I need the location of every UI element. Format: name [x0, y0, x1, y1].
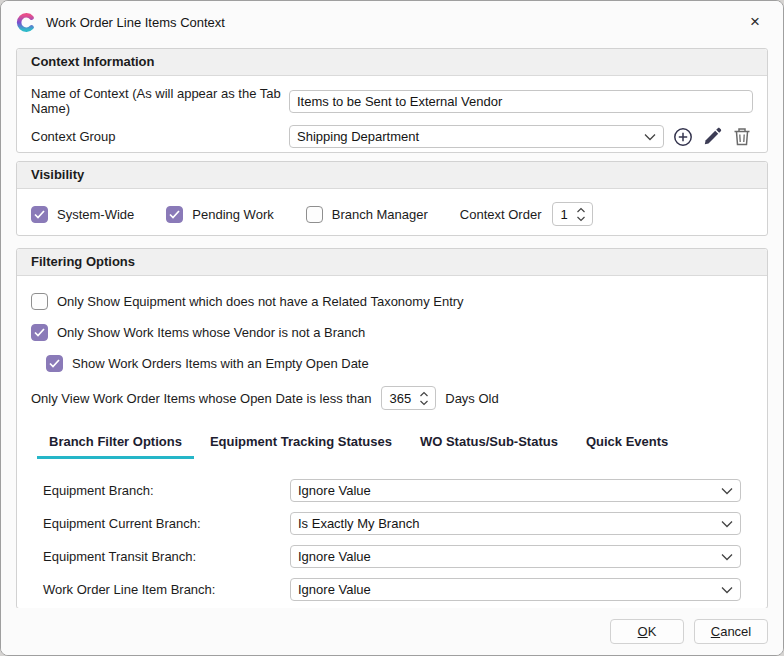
context-group-label: Context Group	[31, 129, 289, 144]
edit-pencil-icon	[703, 127, 722, 146]
empty-open-date-checkbox[interactable]: Show Work Orders Items with an Empty Ope…	[46, 355, 753, 372]
empty-open-date-label: Show Work Orders Items with an Empty Ope…	[72, 356, 369, 371]
visibility-header: Visibility	[17, 162, 767, 189]
chevron-down-icon	[721, 520, 733, 528]
pending-work-checkbox[interactable]: Pending Work	[166, 206, 273, 223]
system-wide-label: System-Wide	[57, 207, 134, 222]
app-logo-icon	[15, 12, 36, 33]
spinner-updown-icon	[576, 207, 586, 222]
days-old-spinner[interactable]: 365	[381, 386, 437, 410]
add-context-group-button[interactable]	[672, 126, 694, 148]
tab-quick-events[interactable]: Quick Events	[574, 430, 680, 459]
checkbox-unchecked-icon	[306, 206, 323, 223]
name-of-context-input[interactable]: Items to be Sent to External Vendor	[289, 90, 753, 113]
context-group-dropdown[interactable]: Shipping Department	[289, 125, 664, 148]
dialog-footer: OK Cancel	[1, 608, 783, 655]
checkbox-checked-icon	[31, 206, 48, 223]
cancel-button[interactable]: Cancel	[694, 619, 768, 644]
chevron-down-icon	[644, 133, 656, 141]
equipment-branch-label: Equipment Branch:	[43, 483, 290, 498]
vendor-not-branch-label: Only Show Work Items whose Vendor is not…	[57, 325, 365, 340]
branch-filter-options-panel: Equipment Branch: Ignore Value Equipment…	[31, 459, 753, 601]
edit-context-group-button[interactable]	[702, 126, 724, 148]
close-icon: ×	[750, 12, 760, 32]
equipment-transit-branch-value: Ignore Value	[298, 549, 721, 564]
taxonomy-entry-label: Only Show Equipment which does not have …	[57, 294, 464, 309]
context-information-header: Context Information	[17, 49, 767, 76]
ok-rest: K	[648, 624, 657, 639]
context-information-section: Context Information Name of Context (As …	[16, 48, 768, 153]
vendor-not-branch-checkbox[interactable]: Only Show Work Items whose Vendor is not…	[31, 324, 753, 341]
checkbox-checked-icon	[166, 206, 183, 223]
cancel-accel: C	[711, 624, 720, 639]
equipment-current-branch-value: Is Exactly My Branch	[298, 516, 721, 531]
equipment-transit-branch-label: Equipment Transit Branch:	[43, 549, 290, 564]
filter-tabstrip: Branch Filter Options Equipment Tracking…	[31, 430, 753, 459]
filtering-options-section: Filtering Options Only Show Equipment wh…	[16, 248, 768, 609]
chevron-down-icon	[721, 553, 733, 561]
filtering-options-header: Filtering Options	[17, 249, 767, 276]
branch-manager-label: Branch Manager	[332, 207, 428, 222]
tab-wo-status-sub-status[interactable]: WO Status/Sub-Status	[408, 430, 570, 459]
visibility-section: Visibility System-Wide Pending Work	[16, 161, 768, 236]
name-of-context-label: Name of Context (As will appear as the T…	[31, 86, 289, 116]
ok-button[interactable]: OK	[610, 619, 684, 644]
open-date-prefix-label: Only View Work Order Items whose Open Da…	[31, 391, 372, 406]
checkbox-unchecked-icon	[31, 293, 48, 310]
equipment-current-branch-label: Equipment Current Branch:	[43, 516, 290, 531]
cancel-rest: ancel	[720, 624, 751, 639]
equipment-transit-branch-dropdown[interactable]: Ignore Value	[290, 545, 741, 568]
chevron-down-icon	[721, 487, 733, 495]
checkbox-checked-icon	[46, 355, 63, 372]
context-order-spinner[interactable]: 1	[552, 202, 593, 226]
branch-manager-checkbox[interactable]: Branch Manager	[306, 206, 428, 223]
context-order-value: 1	[561, 207, 568, 222]
system-wide-checkbox[interactable]: System-Wide	[31, 206, 134, 223]
work-order-context-dialog: Work Order Line Items Context × Context …	[0, 0, 784, 656]
taxonomy-entry-checkbox[interactable]: Only Show Equipment which does not have …	[31, 293, 753, 310]
add-icon	[673, 127, 693, 147]
name-of-context-value: Items to be Sent to External Vendor	[297, 94, 502, 109]
window-title: Work Order Line Items Context	[46, 15, 739, 30]
tab-equipment-tracking-statuses[interactable]: Equipment Tracking Statuses	[198, 430, 404, 459]
equipment-current-branch-dropdown[interactable]: Is Exactly My Branch	[290, 512, 741, 535]
title-bar: Work Order Line Items Context ×	[1, 1, 783, 43]
equipment-branch-dropdown[interactable]: Ignore Value	[290, 479, 741, 502]
work-order-line-item-branch-value: Ignore Value	[298, 582, 721, 597]
close-button[interactable]: ×	[739, 8, 771, 36]
days-old-value: 365	[390, 391, 412, 406]
chevron-down-icon	[721, 586, 733, 594]
ok-accel: O	[638, 624, 648, 639]
delete-context-group-button[interactable]	[731, 126, 753, 148]
checkbox-checked-icon	[31, 324, 48, 341]
context-group-value: Shipping Department	[297, 129, 644, 144]
pending-work-label: Pending Work	[192, 207, 273, 222]
context-order-label: Context Order	[460, 207, 542, 222]
delete-trash-icon	[733, 127, 751, 146]
equipment-branch-value: Ignore Value	[298, 483, 721, 498]
tab-branch-filter-options[interactable]: Branch Filter Options	[37, 430, 194, 459]
work-order-line-item-branch-dropdown[interactable]: Ignore Value	[290, 578, 741, 601]
days-old-suffix-label: Days Old	[445, 391, 498, 406]
spinner-updown-icon	[419, 391, 429, 406]
work-order-line-item-branch-label: Work Order Line Item Branch:	[43, 582, 290, 597]
